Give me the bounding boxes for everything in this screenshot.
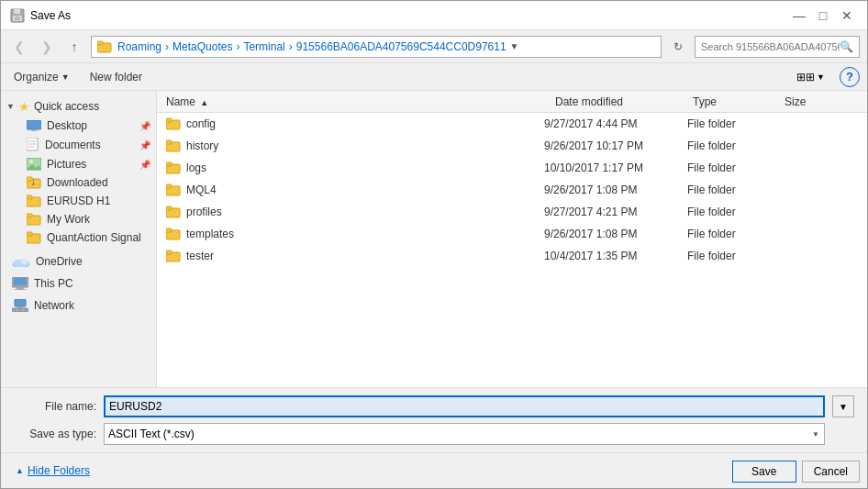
sidebar-item-pictures[interactable]: Pictures 📌 — [1, 155, 156, 173]
col-header-date[interactable]: Date modified — [555, 95, 693, 108]
filename-label: File name: — [14, 400, 96, 413]
table-row[interactable]: history 9/26/2017 10:17 PM File folder — [157, 135, 867, 157]
crumb-folder-id[interactable]: 915566BA06ADA407569C544CC0D97611 — [296, 40, 506, 53]
organize-button[interactable]: Organize ▼ — [8, 69, 75, 85]
forward-button[interactable]: ❯ — [36, 36, 58, 58]
svg-rect-29 — [17, 287, 24, 289]
search-input[interactable] — [701, 41, 840, 52]
sidebar-item-thispc[interactable]: This PC — [1, 274, 156, 293]
sidebar-item-quantaction[interactable]: QuantAction Signal — [1, 228, 156, 247]
table-row[interactable]: config 9/27/2017 4:44 PM File folder — [157, 113, 867, 135]
svg-rect-7 — [31, 129, 37, 131]
help-button[interactable]: ? — [840, 67, 860, 87]
folder-row-icon — [166, 250, 181, 262]
address-bar[interactable]: Roaming › MetaQuotes › Terminal › 915566… — [91, 36, 662, 58]
search-icon: 🔍 — [840, 40, 853, 53]
svg-rect-6 — [27, 120, 41, 129]
title-bar-controls: — □ ✕ — [788, 6, 858, 25]
file-list: config 9/27/2017 4:44 PM File folder his… — [157, 113, 867, 387]
quantaction-folder-icon — [27, 231, 41, 244]
crumb-terminal[interactable]: Terminal — [243, 40, 284, 53]
documents-icon — [27, 138, 39, 152]
sidebar-item-mywork[interactable]: My Work — [1, 210, 156, 228]
filetype-select[interactable]: ASCII Text (*.csv) — [104, 423, 825, 445]
filename-dropdown-button[interactable]: ▼ — [832, 395, 854, 417]
svg-rect-28 — [14, 278, 27, 285]
file-list-header: Name ▲ Date modified Type Size — [157, 91, 867, 113]
sidebar: ▼ ★ Quick access Desktop 📌 — [1, 91, 157, 387]
folder-row-icon — [166, 161, 181, 174]
table-row[interactable]: profiles 9/27/2017 4:21 PM File folder — [157, 201, 867, 223]
svg-point-34 — [14, 309, 16, 311]
folder-crumb-icon — [97, 40, 112, 53]
table-row[interactable]: templates 9/26/2017 1:08 PM File folder — [157, 223, 867, 245]
filetype-row: Save as type: ASCII Text (*.csv) ▼ — [14, 423, 854, 445]
table-row[interactable]: logs 10/10/2017 1:17 PM File folder — [157, 157, 867, 179]
mywork-folder-icon — [27, 213, 41, 226]
close-button[interactable]: ✕ — [836, 6, 858, 25]
quick-access-header[interactable]: ▼ ★ Quick access — [1, 96, 156, 117]
sidebar-item-onedrive[interactable]: OneDrive — [1, 252, 156, 271]
thispc-icon — [12, 277, 28, 290]
sidebar-item-eurusd[interactable]: EURUSD H1 — [1, 192, 156, 210]
sidebar-item-network[interactable]: Network — [1, 296, 156, 315]
maximize-button[interactable]: □ — [812, 6, 834, 25]
folder-row-icon — [166, 183, 181, 196]
col-header-size[interactable]: Size — [785, 95, 858, 108]
folder-row-icon — [166, 139, 181, 152]
svg-rect-46 — [166, 206, 172, 210]
view-chevron-icon: ▼ — [817, 72, 825, 82]
cancel-button[interactable]: Cancel — [802, 461, 860, 483]
breadcrumb: Roaming › MetaQuotes › Terminal › 915566… — [97, 40, 506, 53]
svg-point-35 — [19, 309, 21, 311]
table-row[interactable]: MQL4 9/26/2017 1:08 PM File folder — [157, 179, 867, 201]
refresh-button[interactable]: ↻ — [667, 36, 689, 58]
svg-rect-42 — [166, 162, 172, 166]
table-row[interactable]: tester 10/4/2017 1:35 PM File folder — [157, 245, 867, 267]
pictures-icon — [27, 158, 41, 171]
new-folder-button[interactable]: New folder — [84, 69, 148, 85]
up-button[interactable]: ↑ — [63, 36, 85, 58]
svg-rect-48 — [166, 228, 172, 232]
crumb-metaquotes[interactable]: MetaQuotes — [172, 40, 232, 53]
search-box[interactable]: 🔍 — [695, 36, 860, 58]
svg-rect-23 — [27, 232, 32, 236]
downloaded-folder-icon: ↓ — [27, 176, 41, 189]
svg-point-13 — [29, 160, 33, 163]
svg-rect-31 — [15, 299, 26, 306]
filename-row: File name: ▼ — [14, 395, 854, 417]
svg-point-26 — [21, 259, 28, 264]
svg-rect-50 — [166, 250, 172, 254]
save-icon — [10, 8, 25, 23]
crumb-roaming[interactable]: Roaming — [117, 40, 161, 53]
col-header-name[interactable]: Name ▲ — [166, 95, 555, 108]
hide-folders-button[interactable]: ▲ Hide Folders — [8, 462, 97, 479]
bottom-panel: File name: ▼ Save as type: ASCII Text (*… — [1, 387, 867, 452]
hide-folders-chevron-icon: ▲ — [16, 466, 24, 475]
dialog-title: Save As — [30, 9, 788, 22]
sidebar-item-downloaded[interactable]: ↓ Downloaded — [1, 173, 156, 192]
folder-row-icon — [166, 117, 181, 130]
address-dropdown-button[interactable]: ▼ — [510, 41, 519, 51]
view-button[interactable]: ⊞⊞ ▼ — [791, 69, 830, 85]
minimize-button[interactable]: — — [788, 6, 810, 25]
svg-rect-38 — [166, 118, 172, 122]
svg-rect-30 — [15, 289, 26, 290]
col-header-type[interactable]: Type — [693, 95, 785, 108]
svg-rect-1 — [14, 9, 20, 14]
navigation-toolbar: ❮ ❯ ↑ Roaming › MetaQuotes › Terminal › … — [1, 30, 867, 63]
folder-row-icon — [166, 228, 181, 240]
svg-rect-5 — [97, 41, 103, 45]
filename-input[interactable] — [104, 395, 825, 417]
svg-rect-3 — [15, 17, 20, 20]
main-panel: Name ▲ Date modified Type Size config 9/… — [157, 91, 867, 387]
bottom-bar: ▲ Hide Folders Save Cancel — [1, 452, 867, 488]
sidebar-item-documents[interactable]: Documents 📌 — [1, 135, 156, 155]
network-icon — [12, 299, 28, 312]
save-button[interactable]: Save — [732, 461, 796, 483]
onedrive-icon — [12, 256, 30, 267]
sidebar-item-desktop[interactable]: Desktop 📌 — [1, 117, 156, 135]
organize-chevron-icon: ▼ — [61, 72, 70, 82]
save-as-dialog: Save As — □ ✕ ❮ ❯ ↑ Roaming › MetaQuotes… — [0, 0, 868, 489]
back-button[interactable]: ❮ — [8, 36, 30, 58]
